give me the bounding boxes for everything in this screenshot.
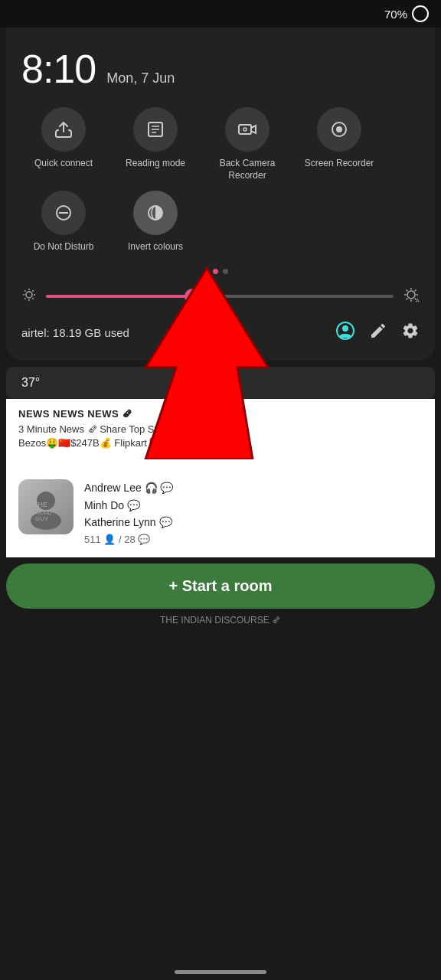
page-dots <box>21 269 420 274</box>
room-stats: 511 👤 / 28 💬 <box>84 534 423 545</box>
brightness-row: A <box>21 286 420 307</box>
brightness-thumb[interactable] <box>185 289 200 304</box>
listener-count: 511 👤 / 28 💬 <box>84 534 150 545</box>
svg-rect-4 <box>239 125 251 134</box>
time-date: 8:10 Mon, 7 Jun <box>21 40 420 92</box>
tile-invert-colours-label: Invert colours <box>128 241 183 253</box>
footer-icons <box>335 321 420 345</box>
tile-back-camera-recorder[interactable]: Back Camera Recorder <box>205 107 289 181</box>
tile-quick-connect-label: Quick connect <box>34 158 93 170</box>
room-participants: Andrew Lee 🎧 💬 Minh Do 💬 Katherine Lynn … <box>84 479 423 531</box>
tile-reading-mode[interactable]: Reading mode <box>113 107 198 181</box>
tile-do-not-disturb-label: Do Not Disturb <box>34 241 94 253</box>
svg-line-19 <box>32 290 33 291</box>
footer-row: airtel: 18.19 GB used <box>21 321 420 345</box>
user-avatar-icon[interactable] <box>335 321 355 345</box>
clock-time: 8:10 <box>21 46 96 92</box>
back-camera-recorder-icon <box>225 107 270 152</box>
temperature-text: 37° <box>21 376 40 389</box>
tile-screen-recorder[interactable]: Screen Recorder <box>297 107 381 181</box>
reading-mode-icon <box>133 107 178 152</box>
battery-icon <box>412 5 429 22</box>
news-section: NEWS NEWS NEWS 🗞 3 Minute News 🗞 Share T… <box>6 399 435 470</box>
quick-connect-icon <box>41 107 86 152</box>
svg-point-5 <box>243 128 247 131</box>
brightness-high-icon: A <box>403 286 420 307</box>
svg-line-17 <box>24 290 25 291</box>
start-room-button[interactable]: + Start a room <box>6 564 435 609</box>
clock-date: Mon, 7 Jun <box>106 70 175 87</box>
tile-do-not-disturb[interactable]: Do Not Disturb <box>21 191 106 253</box>
edit-icon[interactable] <box>369 322 387 345</box>
home-bar <box>175 970 266 974</box>
svg-line-28 <box>415 289 416 291</box>
bottom-tag: THE INDIAN DISCOURSE 🗞 <box>0 609 441 629</box>
brightness-fill <box>46 295 192 298</box>
participant-3: Katherine Lynn 💬 <box>84 514 423 531</box>
data-usage-text: airtel: 18.19 GB used <box>21 326 129 339</box>
page-dot-1 <box>213 269 218 274</box>
participant-1: Andrew Lee 🎧 💬 <box>84 479 423 496</box>
room-card: THE SOUND GUY Andrew Lee 🎧 💬 Minh Do 💬 K… <box>6 470 435 557</box>
svg-point-21 <box>407 291 415 299</box>
tile-reading-mode-label: Reading mode <box>126 158 185 170</box>
svg-point-7 <box>336 126 342 132</box>
svg-text:SOUND: SOUND <box>32 510 51 515</box>
battery-percentage: 70% <box>384 8 407 21</box>
settings-icon[interactable] <box>401 322 420 345</box>
temperature-badge: 37° <box>6 367 435 399</box>
start-room-label: + Start a room <box>168 577 272 595</box>
svg-text:THE: THE <box>34 501 47 508</box>
tiles-row-1: Quick connect Reading mode <box>21 107 420 181</box>
page-dot-2 <box>223 269 228 274</box>
room-avatar: THE SOUND GUY <box>18 479 74 534</box>
tile-invert-colours[interactable]: Invert colours <box>113 191 198 253</box>
do-not-disturb-icon <box>41 191 86 235</box>
svg-line-26 <box>407 289 408 291</box>
news-subheadline: 3 Minute News 🗞 Share Top Stories🚀Bezos🤑… <box>18 423 423 450</box>
participant-2: Minh Do 💬 <box>84 497 423 514</box>
svg-text:A: A <box>416 298 420 303</box>
status-bar-right: 70% <box>384 5 429 22</box>
quick-settings-panel: 8:10 Mon, 7 Jun Quick connect <box>6 28 435 361</box>
status-bar: 70% <box>0 0 441 28</box>
screen-recorder-icon <box>317 107 361 152</box>
invert-colours-icon <box>133 191 178 235</box>
svg-line-20 <box>24 298 25 299</box>
room-info: Andrew Lee 🎧 💬 Minh Do 💬 Katherine Lynn … <box>84 479 423 545</box>
brightness-slider[interactable] <box>46 295 394 298</box>
svg-line-18 <box>32 298 33 299</box>
svg-point-12 <box>26 292 32 298</box>
brightness-low-icon <box>21 287 37 306</box>
tile-quick-connect[interactable]: Quick connect <box>21 107 106 181</box>
svg-line-29 <box>407 298 408 299</box>
tile-screen-recorder-label: Screen Recorder <box>305 158 374 170</box>
tiles-row-2: Do Not Disturb Invert colours <box>21 191 420 253</box>
svg-point-32 <box>342 325 348 332</box>
svg-text:GUY: GUY <box>35 515 49 522</box>
tile-back-camera-recorder-label: Back Camera Recorder <box>205 158 289 181</box>
news-headline: NEWS NEWS NEWS 🗞 <box>18 408 423 420</box>
